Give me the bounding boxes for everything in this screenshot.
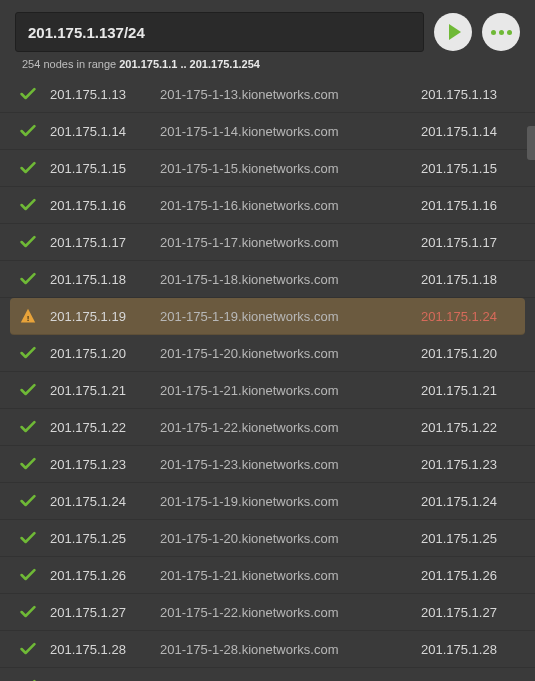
resolved-ip-cell: 201.175.1.18 bbox=[421, 272, 521, 287]
table-row[interactable]: 201.175.1.25201-175-1-20.kionetworks.com… bbox=[0, 520, 535, 557]
hostname-cell: 201-175-1-22.kionetworks.com bbox=[160, 420, 421, 435]
range-start: 201.175.1.1 bbox=[119, 58, 177, 70]
ip-cell: 201.175.1.21 bbox=[50, 383, 160, 398]
resolved-ip-cell: 201.175.1.24 bbox=[421, 309, 521, 324]
resolved-ip-cell: 201.175.1.28 bbox=[421, 642, 521, 657]
ip-cell: 201.175.1.13 bbox=[50, 87, 160, 102]
resolved-ip-cell: 201.175.1.20 bbox=[421, 346, 521, 361]
check-icon bbox=[20, 235, 50, 249]
resolved-ip-cell: 201.175.1.26 bbox=[421, 568, 521, 583]
results-list: 201.175.1.13201-175-1-13.kionetworks.com… bbox=[0, 76, 535, 681]
ip-cell: 201.175.1.16 bbox=[50, 198, 160, 213]
table-row[interactable]: 201.175.1.17201-175-1-17.kionetworks.com… bbox=[0, 224, 535, 261]
table-row[interactable]: 201.175.1.22201-175-1-22.kionetworks.com… bbox=[0, 409, 535, 446]
check-icon bbox=[20, 642, 50, 656]
check-icon bbox=[20, 198, 50, 212]
hostname-cell: 201-175-1-20.kionetworks.com bbox=[160, 531, 421, 546]
range-info: 254 nodes in range 201.175.1.1 .. 201.17… bbox=[0, 58, 535, 76]
hostname-cell: 201-175-1-20.kionetworks.com bbox=[160, 346, 421, 361]
resolved-ip-cell: 201.175.1.14 bbox=[421, 124, 521, 139]
hostname-cell: 201-175-1-22.kionetworks.com bbox=[160, 605, 421, 620]
play-icon bbox=[449, 24, 461, 40]
hostname-cell: 201-175-1-19.kionetworks.com bbox=[160, 494, 421, 509]
check-icon bbox=[20, 494, 50, 508]
check-icon bbox=[20, 568, 50, 582]
check-icon bbox=[20, 161, 50, 175]
table-row[interactable]: 201.175.1.18201-175-1-18.kionetworks.com… bbox=[0, 261, 535, 298]
table-row[interactable]: 201.175.1.24201-175-1-19.kionetworks.com… bbox=[0, 483, 535, 520]
ip-cell: 201.175.1.23 bbox=[50, 457, 160, 472]
resolved-ip-cell: 201.175.1.22 bbox=[421, 420, 521, 435]
table-row[interactable]: 201.175.1.15201-175-1-15.kionetworks.com… bbox=[0, 150, 535, 187]
resolved-ip-cell: 201.175.1.17 bbox=[421, 235, 521, 250]
ip-cell: 201.175.1.15 bbox=[50, 161, 160, 176]
hostname-cell: 201-175-1-15.kionetworks.com bbox=[160, 161, 421, 176]
resolved-ip-cell: 201.175.1.21 bbox=[421, 383, 521, 398]
table-row[interactable]: 201.175.1.16201-175-1-16.kionetworks.com… bbox=[0, 187, 535, 224]
check-icon bbox=[20, 346, 50, 360]
check-icon bbox=[20, 272, 50, 286]
table-row[interactable]: !201.175.1.19201-175-1-19.kionetworks.co… bbox=[10, 298, 525, 335]
top-bar bbox=[0, 0, 535, 58]
more-button[interactable] bbox=[482, 13, 520, 51]
table-row[interactable]: 201.175.1.21201-175-1-21.kionetworks.com… bbox=[0, 372, 535, 409]
table-row[interactable]: 201.175.1.28201-175-1-28.kionetworks.com… bbox=[0, 631, 535, 668]
table-row[interactable]: 201.175.1.14201-175-1-14.kionetworks.com… bbox=[0, 113, 535, 150]
hostname-cell: 201-175-1-14.kionetworks.com bbox=[160, 124, 421, 139]
hostname-cell: 201-175-1-23.kionetworks.com bbox=[160, 457, 421, 472]
resolved-ip-cell: 201.175.1.25 bbox=[421, 531, 521, 546]
ellipsis-icon bbox=[491, 30, 512, 35]
search-input[interactable] bbox=[15, 12, 424, 52]
ip-cell: 201.175.1.28 bbox=[50, 642, 160, 657]
check-icon bbox=[20, 124, 50, 138]
range-sep: .. bbox=[177, 58, 189, 70]
table-row[interactable]: 201.175.1.29201-175-1-29.kionetworks.com… bbox=[0, 668, 535, 681]
check-icon bbox=[20, 383, 50, 397]
scrollbar-thumb[interactable] bbox=[527, 126, 535, 160]
check-icon bbox=[20, 457, 50, 471]
ip-cell: 201.175.1.20 bbox=[50, 346, 160, 361]
hostname-cell: 201-175-1-21.kionetworks.com bbox=[160, 568, 421, 583]
check-icon bbox=[20, 531, 50, 545]
ip-cell: 201.175.1.19 bbox=[50, 309, 160, 324]
hostname-cell: 201-175-1-13.kionetworks.com bbox=[160, 87, 421, 102]
resolved-ip-cell: 201.175.1.24 bbox=[421, 494, 521, 509]
ip-cell: 201.175.1.26 bbox=[50, 568, 160, 583]
hostname-cell: 201-175-1-28.kionetworks.com bbox=[160, 642, 421, 657]
resolved-ip-cell: 201.175.1.13 bbox=[421, 87, 521, 102]
hostname-cell: 201-175-1-16.kionetworks.com bbox=[160, 198, 421, 213]
range-prefix: 254 nodes in range bbox=[22, 58, 119, 70]
hostname-cell: 201-175-1-19.kionetworks.com bbox=[160, 309, 421, 324]
ip-cell: 201.175.1.22 bbox=[50, 420, 160, 435]
resolved-ip-cell: 201.175.1.16 bbox=[421, 198, 521, 213]
table-row[interactable]: 201.175.1.27201-175-1-22.kionetworks.com… bbox=[0, 594, 535, 631]
hostname-cell: 201-175-1-18.kionetworks.com bbox=[160, 272, 421, 287]
ip-cell: 201.175.1.18 bbox=[50, 272, 160, 287]
check-icon bbox=[20, 420, 50, 434]
resolved-ip-cell: 201.175.1.23 bbox=[421, 457, 521, 472]
resolved-ip-cell: 201.175.1.27 bbox=[421, 605, 521, 620]
hostname-cell: 201-175-1-21.kionetworks.com bbox=[160, 383, 421, 398]
ip-cell: 201.175.1.14 bbox=[50, 124, 160, 139]
table-row[interactable]: 201.175.1.26201-175-1-21.kionetworks.com… bbox=[0, 557, 535, 594]
check-icon bbox=[20, 87, 50, 101]
svg-text:!: ! bbox=[27, 314, 30, 323]
ip-cell: 201.175.1.25 bbox=[50, 531, 160, 546]
ip-cell: 201.175.1.27 bbox=[50, 605, 160, 620]
range-end: 201.175.1.254 bbox=[190, 58, 260, 70]
table-row[interactable]: 201.175.1.13201-175-1-13.kionetworks.com… bbox=[0, 76, 535, 113]
ip-cell: 201.175.1.24 bbox=[50, 494, 160, 509]
table-row[interactable]: 201.175.1.23201-175-1-23.kionetworks.com… bbox=[0, 446, 535, 483]
hostname-cell: 201-175-1-17.kionetworks.com bbox=[160, 235, 421, 250]
check-icon bbox=[20, 605, 50, 619]
ip-cell: 201.175.1.17 bbox=[50, 235, 160, 250]
table-row[interactable]: 201.175.1.20201-175-1-20.kionetworks.com… bbox=[0, 335, 535, 372]
run-button[interactable] bbox=[434, 13, 472, 51]
resolved-ip-cell: 201.175.1.15 bbox=[421, 161, 521, 176]
warning-icon: ! bbox=[20, 308, 50, 324]
